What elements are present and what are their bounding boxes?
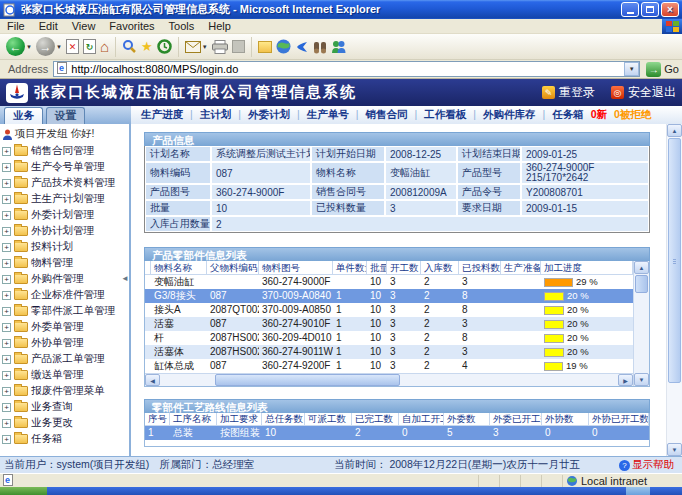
logout-button[interactable]: ◎安全退出 <box>611 84 676 101</box>
home-button[interactable]: ⌂ <box>100 39 109 54</box>
col-header[interactable]: 加工要求 <box>217 413 262 425</box>
tab-settings[interactable]: 设置 <box>46 107 85 124</box>
table-row[interactable]: 1 总装 按图组装 10 2 0 5 3 0 0 <box>145 426 649 440</box>
nav-item[interactable]: 生产进度 <box>141 108 183 122</box>
col-header[interactable]: 外委已开工数 <box>490 413 542 425</box>
col-header[interactable]: 工序名称 <box>170 413 217 425</box>
tree-item[interactable]: + 产品派工单管理 <box>2 351 129 367</box>
history-button[interactable] <box>157 39 172 54</box>
mail-button[interactable]: ▼ <box>185 41 208 53</box>
back-button[interactable]: ←▼ <box>6 37 32 56</box>
col-header[interactable]: 加工进度 <box>541 261 633 274</box>
print-button[interactable] <box>212 40 228 54</box>
col-header[interactable]: 外协数 <box>542 413 589 425</box>
col-header[interactable]: 单件数量 <box>333 261 367 274</box>
table-row[interactable]: 接头A 2087QT002 370-009-A0850 1 10 3 2 8 <box>145 303 633 317</box>
tree-item[interactable]: + 报废件管理菜单 <box>2 383 129 399</box>
expand-icon[interactable]: + <box>2 323 11 332</box>
go-button[interactable]: →Go <box>646 62 679 77</box>
search-button[interactable] <box>122 39 137 54</box>
nav-item[interactable]: 销售合同 <box>349 108 408 122</box>
tree-item[interactable]: + 外协计划管理 <box>2 223 129 239</box>
horizontal-scrollbar[interactable]: ◀ ▶ <box>145 373 633 386</box>
table-row[interactable]: 活塞 087 360-274-9010F 1 10 3 2 3 20 % <box>145 317 633 331</box>
nav-item[interactable]: 主计划 <box>183 108 231 122</box>
expand-icon[interactable]: + <box>2 291 11 300</box>
research-button[interactable] <box>313 40 327 54</box>
menu-file[interactable]: File <box>0 20 32 32</box>
nav-item[interactable]: 外购件库存 <box>466 108 535 122</box>
start-button[interactable] <box>0 487 47 495</box>
messenger-globe-icon[interactable] <box>276 39 291 54</box>
menu-favorites[interactable]: Favorites <box>102 20 161 32</box>
expand-icon[interactable]: + <box>2 163 11 172</box>
show-help-link[interactable]: ?显示帮助 <box>619 458 674 472</box>
tree-item[interactable]: + 销售合同管理 <box>2 143 129 159</box>
tree-item[interactable]: + 外协单管理 <box>2 335 129 351</box>
tree-item[interactable]: + 投料计划 <box>2 239 129 255</box>
expand-icon[interactable]: + <box>2 371 11 380</box>
col-header[interactable]: 已完工数 <box>352 413 399 425</box>
expand-icon[interactable]: + <box>2 307 11 316</box>
scroll-down-icon[interactable]: ▼ <box>667 443 682 456</box>
tree-item[interactable]: + 外购件管理 <box>2 271 129 287</box>
expand-icon[interactable]: + <box>2 179 11 188</box>
col-header[interactable]: 已投料数 <box>459 261 501 274</box>
discuss-button[interactable] <box>258 41 272 53</box>
tree-item[interactable]: + 物料管理 <box>2 255 129 271</box>
expand-icon[interactable]: + <box>2 403 11 412</box>
expand-icon[interactable]: + <box>2 435 11 444</box>
address-dropdown[interactable]: ▼ <box>624 62 639 76</box>
menu-view[interactable]: View <box>65 20 103 32</box>
parts-vertical-scrollbar[interactable]: ▲ ▼ <box>633 261 649 386</box>
relogin-button[interactable]: ✎重登录 <box>542 84 595 101</box>
tree-item[interactable]: + 业务更改 <box>2 415 129 431</box>
close-button[interactable]: × <box>661 2 679 17</box>
maximize-button[interactable] <box>641 2 659 17</box>
favorites-button[interactable]: ★ <box>141 39 153 54</box>
nav-item[interactable]: 任务箱 <box>535 108 583 122</box>
address-input[interactable]: e http://localhost:8080/MPS/login.do ▼ <box>53 61 640 77</box>
col-header[interactable]: 物料图号 <box>259 261 333 274</box>
table-row[interactable]: 杆 2087HS002 360-209-4D010 1 10 3 2 8 <box>145 331 633 345</box>
expand-icon[interactable]: + <box>2 275 11 284</box>
table-row[interactable]: 变幅油缸 360-274-9000F 10 3 2 3 29 % <box>145 275 633 289</box>
col-header[interactable]: 自加工开工数 <box>399 413 444 425</box>
tab-business[interactable]: 业务 <box>4 107 43 124</box>
menu-tools[interactable]: Tools <box>162 20 202 32</box>
stop-button[interactable]: ✕ <box>66 39 79 54</box>
messenger-button[interactable] <box>331 40 346 54</box>
tree-item[interactable]: + 外委计划管理 <box>2 207 129 223</box>
menu-help[interactable]: Help <box>201 20 238 32</box>
scroll-up-icon[interactable]: ▲ <box>667 124 682 137</box>
tree-item[interactable]: + 外委单管理 <box>2 319 129 335</box>
expand-icon[interactable]: + <box>2 339 11 348</box>
forward-button[interactable]: →▼ <box>36 37 62 56</box>
table-row[interactable]: G3/8接头 087 370-009-A0840 1 10 3 2 8 2 <box>145 289 633 303</box>
nav-item[interactable]: 工作看板 <box>407 108 466 122</box>
minimize-button[interactable] <box>621 2 639 17</box>
page-scrollbar[interactable]: ▲ ▼ <box>666 124 682 456</box>
expand-icon[interactable]: + <box>2 211 11 220</box>
col-header[interactable]: 批量 <box>367 261 387 274</box>
edit-button[interactable] <box>232 40 245 53</box>
refresh-button[interactable]: ↻ <box>83 39 96 54</box>
col-header[interactable]: 序号 <box>145 413 170 425</box>
table-row[interactable]: 缸体总成 087 360-274-9200F 1 10 3 2 4 19 <box>145 359 633 373</box>
expand-icon[interactable]: + <box>2 419 11 428</box>
col-header[interactable]: 父物料编码 <box>207 261 259 274</box>
tree-item[interactable]: + 零部件派工单管理 <box>2 303 129 319</box>
tree-item[interactable]: + 生产令号单管理 <box>2 159 129 175</box>
col-header[interactable]: 入库数 <box>421 261 459 274</box>
tree-item[interactable]: + 业务查询 <box>2 399 129 415</box>
expand-icon[interactable]: + <box>2 355 11 364</box>
title-bar[interactable]: 张家口长城液压油缸有限公司管理信息系统 - Microsoft Internet… <box>0 0 682 19</box>
tree-item[interactable]: + 企业标准件管理 <box>2 287 129 303</box>
nav-item[interactable]: 生产单号 <box>290 108 349 122</box>
tree-item[interactable]: + 任务箱 <box>2 431 129 447</box>
tree-item[interactable]: + 产品技术资料管理 <box>2 175 129 191</box>
table-row[interactable]: 活塞体 2087HS002 360-274-9011W 1 10 3 2 3 <box>145 345 633 359</box>
tree-item[interactable]: + 主生产计划管理 <box>2 191 129 207</box>
expand-icon[interactable]: + <box>2 147 11 156</box>
col-header[interactable]: 可派工数 <box>305 413 352 425</box>
